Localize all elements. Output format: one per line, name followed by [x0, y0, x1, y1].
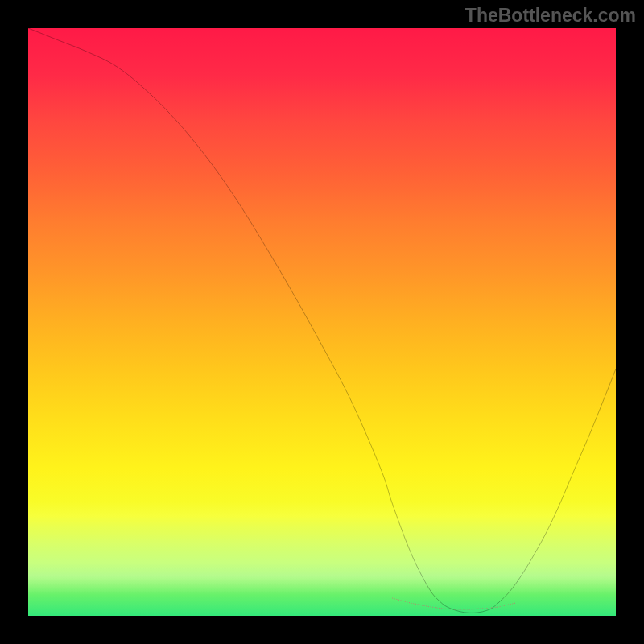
watermark-text: TheBottleneck.com — [465, 5, 636, 27]
bottleneck-curve — [28, 28, 616, 613]
chart-container: TheBottleneck.com — [0, 0, 644, 644]
chart-svg — [28, 28, 616, 616]
plot-area — [28, 28, 616, 616]
